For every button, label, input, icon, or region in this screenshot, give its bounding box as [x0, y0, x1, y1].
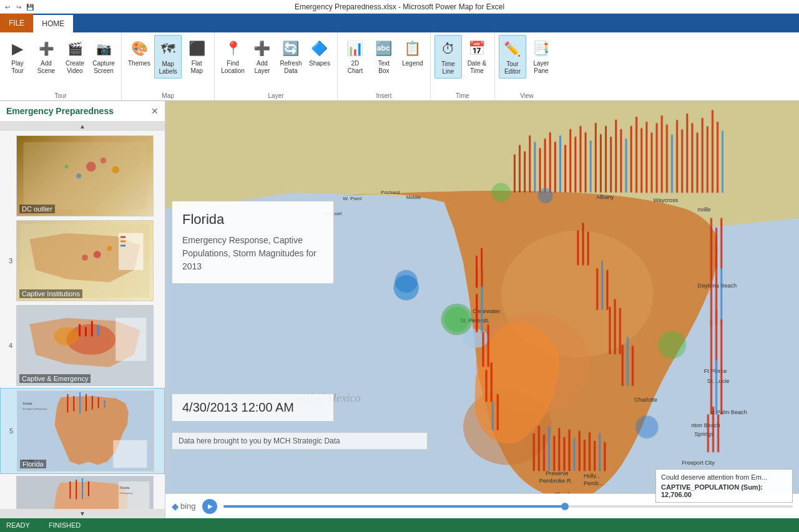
- create-video-btn[interactable]: 🎬 CreateVideo: [61, 35, 89, 77]
- svg-text:Springs: Springs: [695, 431, 714, 437]
- scroll-up-btn[interactable]: ▲: [0, 122, 165, 131]
- date-time-btn[interactable]: 📅 Date &Time: [463, 35, 491, 77]
- ribbon-group-tour: ▶ PlayTour ➕ AddScene 🎬 CreateVideo 📷 Ca…: [0, 32, 122, 100]
- svg-rect-27: [104, 400, 105, 408]
- info-box: Florida Emergency Response, Captive Popu…: [172, 201, 334, 284]
- undo-btn[interactable]: ↩: [2, 2, 12, 12]
- svg-rect-161: [574, 438, 576, 472]
- flat-map-btn[interactable]: ⬛ FlatMap: [183, 35, 210, 77]
- svg-rect-74: [514, 155, 516, 193]
- time-line-btn[interactable]: ⏱ TimeLine: [434, 35, 462, 79]
- svg-rect-118: [720, 218, 722, 269]
- slide-item-6[interactable]: 6 Florida Emergency...: [0, 474, 165, 509]
- svg-text:Prichard: Prichard: [381, 190, 400, 195]
- svg-rect-126: [715, 360, 717, 414]
- svg-rect-16: [79, 324, 81, 337]
- text-box-btn[interactable]: 🔤 TextBox: [370, 35, 398, 77]
- panel-title: Emergency Preparedness: [6, 106, 114, 116]
- svg-rect-86: [575, 137, 577, 193]
- add-layer-btn[interactable]: ➕ AddLayer: [248, 35, 276, 77]
- slide-label-florida: Florida: [20, 460, 46, 468]
- slide-item-florida[interactable]: 5: [0, 388, 165, 474]
- text-box-icon: 🔤: [375, 37, 392, 60]
- find-location-icon: 📍: [225, 37, 242, 60]
- svg-rect-107: [681, 130, 683, 193]
- svg-point-172: [492, 183, 511, 202]
- panel-close-btn[interactable]: ✕: [151, 106, 159, 116]
- redo-btn[interactable]: ↪: [14, 2, 24, 12]
- create-video-icon: 🎬: [67, 37, 83, 60]
- slide-thumbnail-dc: DC outlier: [16, 135, 154, 216]
- svg-rect-167: [604, 442, 605, 472]
- time-buttons: ⏱ TimeLine 📅 Date &Time: [434, 35, 491, 92]
- add-scene-btn[interactable]: ➕ AddScene: [32, 35, 60, 77]
- flat-map-label: FlatMap: [190, 60, 202, 75]
- window-controls[interactable]: ↩ ↪ 💾: [0, 0, 35, 14]
- shapes-btn[interactable]: 🔷 Shapes: [306, 35, 333, 70]
- tour-editor-icon: ✏️: [504, 38, 521, 60]
- insert-buttons: 📊 2DChart 🔤 TextBox 📋 Legend: [341, 35, 426, 92]
- status-ready: READY: [6, 521, 30, 529]
- capture-screen-btn[interactable]: 📷 CaptureScreen: [90, 35, 117, 77]
- legend-label: Legend: [402, 60, 423, 67]
- svg-rect-147: [483, 332, 484, 367]
- tab-file[interactable]: FILE: [0, 14, 33, 32]
- slide-label-captive-inst: Captive Institutions: [19, 289, 82, 298]
- title-bar: ↩ ↪ 💾 Emergency Preparedness.xlsx - Micr…: [0, 0, 799, 14]
- refresh-data-btn[interactable]: 🔄 RefreshData: [277, 35, 305, 77]
- svg-rect-109: [691, 123, 693, 193]
- view-buttons: ✏️ TourEditor 📑 LayerPane: [499, 35, 555, 92]
- svg-rect-11: [120, 236, 125, 238]
- svg-text:Charlotte: Charlotte: [634, 397, 657, 403]
- slide-item-captive-emergency[interactable]: 4: [0, 303, 165, 388]
- date-time-label: Date &Time: [468, 60, 487, 75]
- chart-2d-label: 2DChart: [348, 60, 363, 75]
- svg-rect-164: [589, 432, 591, 472]
- find-location-btn[interactable]: 📍 FindLocation: [218, 35, 247, 77]
- svg-rect-124: [720, 319, 722, 370]
- slide-item-dc-outlier[interactable]: DC outlier: [0, 133, 165, 218]
- play-button[interactable]: [202, 499, 217, 514]
- svg-rect-28: [113, 440, 147, 468]
- svg-point-169: [395, 270, 418, 293]
- svg-rect-134: [596, 269, 598, 310]
- shapes-label: Shapes: [309, 60, 330, 67]
- svg-rect-165: [594, 441, 596, 472]
- svg-rect-104: [666, 124, 668, 193]
- tour-editor-btn[interactable]: ✏️ TourEditor: [499, 35, 526, 79]
- map-area[interactable]: Gulf of Mexico Clearwater St. Petersb. F…: [165, 101, 799, 518]
- capture-screen-label: CaptureScreen: [92, 60, 115, 75]
- tab-home[interactable]: HOME: [33, 15, 73, 32]
- window-title: Emergency Preparedness.xlsx - Microsoft …: [295, 2, 504, 11]
- svg-rect-140: [622, 345, 624, 386]
- scroll-down-btn[interactable]: ▼: [0, 509, 165, 518]
- bing-icon: ◆: [172, 501, 179, 511]
- map-labels-btn[interactable]: 🗺 MapLabels: [154, 35, 182, 79]
- slide-item-captive-inst[interactable]: 3: [0, 218, 165, 303]
- layer-buttons: 📍 FindLocation ➕ AddLayer 🔄 RefreshData …: [218, 35, 333, 92]
- svg-rect-23: [79, 392, 81, 414]
- timeline-slider[interactable]: [223, 505, 793, 508]
- svg-text:Emergency...: Emergency...: [120, 491, 134, 495]
- ribbon-group-layer: 📍 FindLocation ➕ AddLayer 🔄 RefreshData …: [215, 32, 338, 100]
- ribbon: ▶ PlayTour ➕ AddScene 🎬 CreateVideo 📷 Ca…: [0, 32, 799, 101]
- legend-btn[interactable]: 📋 Legend: [399, 35, 426, 70]
- svg-rect-143: [476, 256, 478, 288]
- play-tour-btn[interactable]: ▶ PlayTour: [4, 35, 31, 77]
- save-btn[interactable]: 💾: [25, 2, 35, 12]
- ribbon-group-view: ✏️ TourEditor 📑 LayerPane View: [495, 32, 559, 100]
- 2d-chart-btn[interactable]: 📊 2DChart: [341, 35, 369, 77]
- svg-rect-77: [529, 136, 531, 193]
- svg-rect-110: [697, 133, 699, 193]
- svg-rect-155: [543, 435, 545, 472]
- themes-btn[interactable]: 🎨 Themes: [125, 35, 153, 70]
- svg-rect-34: [82, 478, 83, 499]
- svg-rect-0: [24, 142, 147, 210]
- layer-pane-btn[interactable]: 📑 LayerPane: [527, 35, 555, 77]
- svg-rect-96: [625, 139, 627, 193]
- svg-rect-141: [627, 337, 629, 385]
- slide-thumbnail-florida: Florida Emergency Response... April 2013…: [17, 390, 154, 472]
- svg-text:Florida: Florida: [23, 402, 32, 405]
- ribbon-group-time: ⏱ TimeLine 📅 Date &Time Time: [431, 32, 495, 100]
- svg-rect-114: [717, 122, 718, 193]
